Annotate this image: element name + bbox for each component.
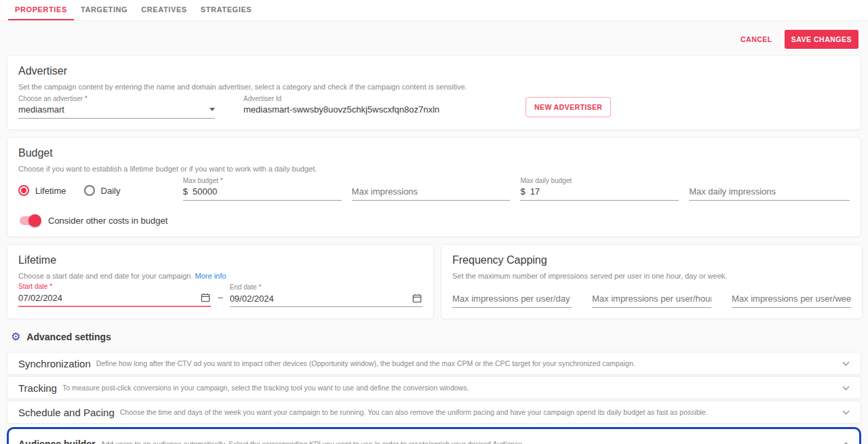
calendar-icon[interactable] <box>412 293 422 304</box>
schedule-pacing-description: Choose the time and days of the week you… <box>120 408 844 416</box>
audience-builder-title: Audience builder <box>18 439 96 444</box>
currency-prefix: $ <box>520 186 525 197</box>
more-info-link[interactable]: More info <box>195 272 226 280</box>
frequency-title: Frequency Capping <box>452 254 851 266</box>
accordion-synchronization[interactable]: Synchronization Define how long after th… <box>7 352 861 375</box>
advanced-settings-title: Advanced settings <box>26 331 111 342</box>
end-date-label: End date * <box>230 283 422 291</box>
radio-lifetime-label: Lifetime <box>35 186 66 196</box>
currency-prefix: $ <box>183 186 188 197</box>
budget-card: Budget Choose if you want to establish a… <box>7 137 861 237</box>
accordion-schedule-pacing[interactable]: Schedule and Pacing Choose the time and … <box>7 401 861 424</box>
advertiser-card: Advertiser Set the campaign content by e… <box>7 55 861 130</box>
tab-properties[interactable]: PROPERTIES <box>8 0 74 20</box>
audience-builder-header[interactable]: Audience builder Add users to an audienc… <box>18 439 848 444</box>
advertiser-select-value[interactable] <box>18 104 204 115</box>
tab-strategies[interactable]: STRATEGIES <box>194 0 258 20</box>
frequency-description: Set the maximum number of impressions se… <box>452 272 851 280</box>
lifetime-description: Choose a start date and end date for you… <box>18 272 193 280</box>
start-date-input[interactable] <box>18 293 200 303</box>
end-date-input[interactable] <box>230 294 412 304</box>
advertiser-description: Set the campaign content by entering the… <box>18 83 850 91</box>
advertiser-id-label: Advertiser Id <box>243 95 488 102</box>
choose-advertiser-label: Choose an advertiser * <box>18 95 215 102</box>
calendar-icon[interactable] <box>200 292 211 303</box>
audience-builder-card: Audience builder Add users to an audienc… <box>7 427 861 444</box>
advertiser-title: Advertiser <box>18 65 850 77</box>
new-advertiser-button[interactable]: NEW ADVERTISER <box>526 97 611 117</box>
consider-costs-toggle[interactable] <box>20 216 40 225</box>
tracking-description: To measure post-click conversions in you… <box>62 384 844 392</box>
budget-description: Choose if you want to establish a lifeti… <box>18 165 850 173</box>
tab-creatives[interactable]: CREATIVES <box>134 0 194 20</box>
advanced-settings-header: ⚙ Advanced settings <box>7 326 861 352</box>
radio-daily-label: Daily <box>101 186 121 196</box>
tracking-title: Tracking <box>18 382 57 394</box>
advertiser-select[interactable] <box>18 104 215 119</box>
max-daily-impressions-input[interactable] <box>689 186 850 197</box>
max-impressions-per-user-day-input[interactable] <box>452 294 572 304</box>
accordion-tracking[interactable]: Tracking To measure post-click conversio… <box>7 376 861 399</box>
date-range-separator: – <box>218 292 222 302</box>
advertiser-id-value: mediasmart-swwsby8uovz5chkj5wscxfqn8oz7n… <box>243 104 488 119</box>
max-daily-budget-label: Max daily budget <box>520 177 679 184</box>
audience-builder-description: Add users to an audience automatically. … <box>101 440 844 444</box>
frequency-capping-card: Frequency Capping Set the maximum number… <box>441 244 863 319</box>
tab-targeting[interactable]: TARGETING <box>74 0 134 20</box>
radio-selected-icon[interactable] <box>18 185 29 196</box>
save-changes-button[interactable]: SAVE CHANGES <box>785 30 859 49</box>
synchronization-title: Synchronization <box>18 358 91 369</box>
lifetime-card: Lifetime Choose a start date and end dat… <box>7 244 434 319</box>
schedule-pacing-title: Schedule and Pacing <box>18 407 115 418</box>
start-date-label: Start date * <box>18 283 211 290</box>
max-budget-input[interactable] <box>193 186 342 197</box>
radio-lifetime[interactable]: Lifetime <box>18 185 66 196</box>
consider-costs-label: Consider other costs in budget <box>48 216 167 226</box>
max-impressions-per-user-week-input[interactable] <box>732 294 851 304</box>
chevron-down-icon[interactable] <box>843 407 850 414</box>
max-budget-label: Max budget * <box>183 177 342 184</box>
radio-unselected-icon[interactable] <box>84 185 95 196</box>
gear-icon: ⚙ <box>11 331 20 342</box>
chevron-down-icon[interactable] <box>843 359 850 365</box>
synchronization-description: Define how long after the CTV ad you wan… <box>96 359 844 367</box>
max-daily-budget-input[interactable] <box>530 186 679 197</box>
tab-bar: PROPERTIES TARGETING CREATIVES STRATEGIE… <box>0 0 868 21</box>
max-impressions-per-user-hour-input[interactable] <box>592 294 711 304</box>
max-impressions-input[interactable] <box>352 186 511 197</box>
budget-title: Budget <box>18 147 850 159</box>
chevron-down-icon[interactable] <box>843 383 850 390</box>
cancel-button[interactable]: CANCEL <box>741 35 772 43</box>
radio-daily[interactable]: Daily <box>84 185 121 196</box>
chevron-down-icon[interactable] <box>210 108 215 111</box>
lifetime-title: Lifetime <box>18 254 422 266</box>
action-bar: CANCEL SAVE CHANGES <box>7 21 861 55</box>
